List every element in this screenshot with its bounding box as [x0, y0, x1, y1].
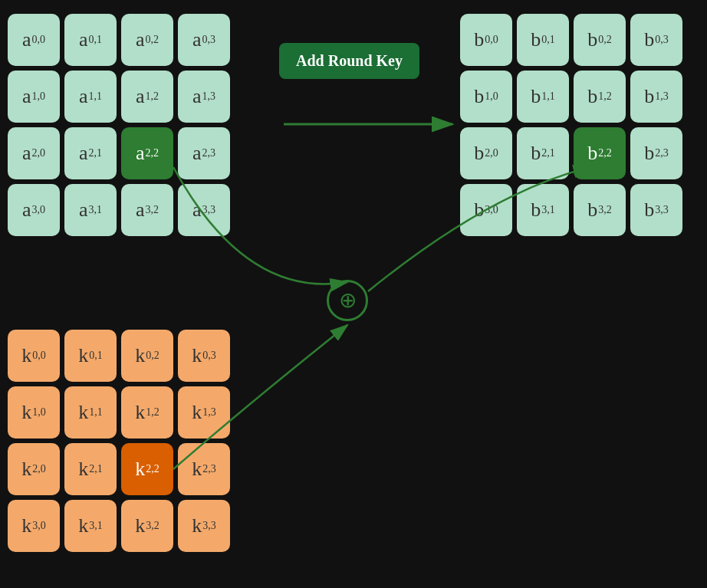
- cell-b-2,2: b2,2: [574, 127, 626, 179]
- cell-a-2,3: a2,3: [178, 127, 230, 179]
- cell-b-2,0: b2,0: [460, 127, 512, 179]
- cell-k-1,2: k1,2: [121, 386, 173, 439]
- xor-symbol: ⊕: [327, 280, 368, 321]
- cell-b-2,1: b2,1: [517, 127, 569, 179]
- cell-b-3,1: b3,1: [517, 184, 569, 236]
- cell-b-0,3: b0,3: [630, 14, 682, 66]
- cell-k-2,3: k2,3: [178, 443, 230, 495]
- cell-a-1,2: a1,2: [121, 71, 173, 123]
- cell-b-0,1: b0,1: [517, 14, 569, 66]
- matrix-k: k0,0k0,1k0,2k0,3k1,0k1,1k1,2k1,3k2,0k2,1…: [8, 330, 230, 552]
- cell-a-2,0: a2,0: [8, 127, 60, 179]
- cell-a-2,2: a2,2: [121, 127, 173, 179]
- matrix-a: a0,0a0,1a0,2a0,3a1,0a1,1a1,2a1,3a2,0a2,1…: [8, 14, 230, 236]
- cell-k-3,2: k3,2: [121, 500, 173, 552]
- cell-a-0,0: a0,0: [8, 14, 60, 66]
- xor-icon: ⊕: [339, 290, 357, 311]
- cell-k-0,0: k0,0: [8, 330, 60, 382]
- cell-k-3,1: k3,1: [64, 500, 117, 552]
- cell-a-1,0: a1,0: [8, 71, 60, 123]
- cell-a-3,2: a3,2: [121, 184, 173, 236]
- cell-k-1,3: k1,3: [178, 386, 230, 439]
- cell-b-1,1: b1,1: [517, 71, 569, 123]
- cell-b-3,2: b3,2: [574, 184, 626, 236]
- cell-k-2,0: k2,0: [8, 443, 60, 495]
- cell-k-0,3: k0,3: [178, 330, 230, 382]
- cell-a-3,1: a3,1: [64, 184, 117, 236]
- cell-a-2,1: a2,1: [64, 127, 117, 179]
- cell-k-1,0: k1,0: [8, 386, 60, 439]
- cell-a-0,2: a0,2: [121, 14, 173, 66]
- cell-a-1,3: a1,3: [178, 71, 230, 123]
- cell-a-3,3: a3,3: [178, 184, 230, 236]
- cell-a-0,3: a0,3: [178, 14, 230, 66]
- cell-b-2,3: b2,3: [630, 127, 682, 179]
- cell-b-3,0: b3,0: [460, 184, 512, 236]
- add-round-key-button[interactable]: Add Round Key: [279, 43, 419, 79]
- cell-a-3,0: a3,0: [8, 184, 60, 236]
- cell-b-0,0: b0,0: [460, 14, 512, 66]
- cell-k-2,2: k2,2: [121, 443, 173, 495]
- cell-b-1,2: b1,2: [574, 71, 626, 123]
- matrix-b: b0,0b0,1b0,2b0,3b1,0b1,1b1,2b1,3b2,0b2,1…: [460, 14, 682, 236]
- cell-k-3,0: k3,0: [8, 500, 60, 552]
- cell-a-1,1: a1,1: [64, 71, 117, 123]
- cell-b-1,3: b1,3: [630, 71, 682, 123]
- cell-b-0,2: b0,2: [574, 14, 626, 66]
- cell-k-2,1: k2,1: [64, 443, 117, 495]
- cell-b-1,0: b1,0: [460, 71, 512, 123]
- cell-k-1,1: k1,1: [64, 386, 117, 439]
- cell-a-0,1: a0,1: [64, 14, 117, 66]
- cell-k-0,1: k0,1: [64, 330, 117, 382]
- cell-k-3,3: k3,3: [178, 500, 230, 552]
- main-container: a0,0a0,1a0,2a0,3a1,0a1,1a1,2a1,3a2,0a2,1…: [0, 0, 707, 588]
- cell-b-3,3: b3,3: [630, 184, 682, 236]
- cell-k-0,2: k0,2: [121, 330, 173, 382]
